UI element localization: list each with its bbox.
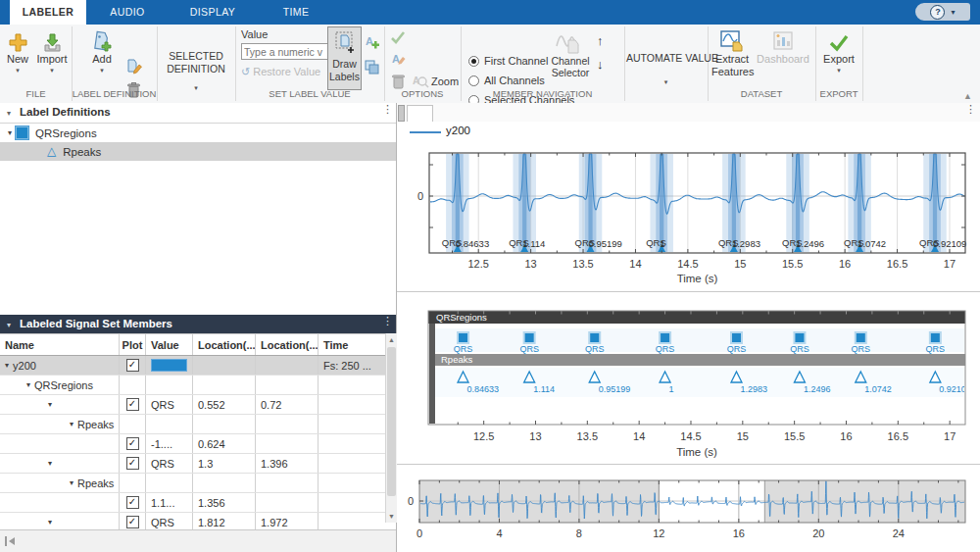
svg-text:16.5: 16.5 bbox=[888, 430, 908, 442]
plot-checkbox[interactable]: ✓ bbox=[126, 516, 139, 528]
help-button[interactable]: ? ▾ bbox=[915, 3, 970, 21]
expand-caret-icon[interactable]: ▾ bbox=[26, 380, 30, 389]
collapse-caret-icon[interactable]: ▾ bbox=[7, 321, 11, 329]
value-cell[interactable]: 1.1... bbox=[146, 493, 193, 512]
draw-labels-button[interactable]: Draw Labels bbox=[327, 26, 362, 90]
kebab-menu-icon[interactable]: ⋮ bbox=[382, 107, 393, 111]
radio-first-channel[interactable]: First Channel bbox=[468, 55, 548, 67]
plot-checkbox[interactable]: ✓ bbox=[126, 398, 139, 411]
export-button[interactable]: Export ▾ bbox=[819, 27, 858, 75]
merge-labels-icon[interactable] bbox=[364, 59, 381, 76]
plot-checkbox[interactable]: ✓ bbox=[126, 496, 139, 509]
svg-text:14: 14 bbox=[629, 258, 641, 270]
section-label-member-navigation: MEMBER NAVIGATION bbox=[461, 88, 624, 99]
selected-definition-dropdown[interactable]: SELECTED DEFINITION ▾ bbox=[160, 50, 232, 92]
column-header[interactable]: Value bbox=[146, 334, 193, 355]
table-row[interactable]: ✓-1....0.624 bbox=[0, 434, 385, 454]
table-row[interactable]: ▾QRSregions bbox=[0, 376, 385, 395]
column-header[interactable]: Plot bbox=[120, 334, 146, 355]
value-cell[interactable]: QRS bbox=[146, 454, 193, 473]
members-table: NamePlotValueLocation(...Location(...Tim… bbox=[0, 333, 385, 532]
expand-caret-icon[interactable]: ▾ bbox=[70, 478, 74, 487]
add-label-icon bbox=[82, 27, 122, 53]
column-header[interactable]: Location(... bbox=[256, 334, 318, 355]
legend-line-sample bbox=[410, 131, 441, 133]
import-button[interactable]: Import ▾ bbox=[35, 27, 69, 75]
column-header[interactable]: Location(... bbox=[193, 334, 256, 355]
automate-value-dropdown[interactable]: AUTOMATE VALUE ▾ bbox=[626, 52, 706, 86]
edit-value-icon[interactable]: A bbox=[390, 51, 408, 69]
new-button[interactable]: New ▾ bbox=[2, 27, 33, 75]
extract-features-button[interactable]: Extract Features bbox=[711, 27, 753, 78]
table-row[interactable]: ▾✓QRS0.5520.72 bbox=[0, 395, 385, 415]
new-icon bbox=[2, 27, 33, 53]
data-cell bbox=[193, 474, 256, 492]
scroll-down-icon[interactable]: ▼ bbox=[386, 513, 397, 520]
expand-caret-icon[interactable]: ▾ bbox=[48, 400, 52, 409]
next-member-arrow-down[interactable]: ↓ bbox=[597, 57, 604, 72]
radio-all-channels[interactable]: All Channels bbox=[468, 75, 545, 86]
add-definition-button[interactable]: Add ▾ bbox=[82, 27, 122, 75]
expand-caret-icon[interactable]: ▾ bbox=[5, 361, 9, 370]
skip-to-start-icon[interactable] bbox=[5, 536, 17, 546]
svg-text:0.84633: 0.84633 bbox=[456, 238, 489, 249]
edit-label-icon[interactable] bbox=[125, 58, 143, 75]
svg-text:13.5: 13.5 bbox=[577, 430, 598, 442]
table-row[interactable]: ▾✓QRS1.31.396 bbox=[0, 454, 385, 474]
scrollbar-thumb[interactable] bbox=[387, 347, 396, 496]
accept-check-icon[interactable] bbox=[390, 30, 408, 48]
row-name: Rpeaks bbox=[77, 419, 114, 430]
tab-audio[interactable]: AUDIO bbox=[90, 0, 165, 25]
value-cell[interactable] bbox=[146, 376, 193, 394]
column-header[interactable]: Name bbox=[0, 334, 120, 355]
svg-text:20: 20 bbox=[812, 527, 824, 539]
expand-caret-icon[interactable]: ▾ bbox=[70, 420, 74, 428]
signal-plot[interactable]: QRS0.84633QRS1.114QRS0.95199QRS1QRS1.298… bbox=[397, 143, 980, 291]
plot-tab-handle[interactable] bbox=[398, 105, 405, 122]
value-cell[interactable] bbox=[146, 415, 193, 433]
table-row[interactable]: ▾y200✓Fs: 250 ... bbox=[0, 356, 385, 376]
data-cell: 0.552 bbox=[193, 395, 256, 414]
plot-checkbox[interactable]: ✓ bbox=[126, 359, 139, 372]
label-value-input[interactable] bbox=[241, 43, 329, 60]
plot-checkbox[interactable]: ✓ bbox=[126, 437, 139, 450]
plot-checkbox[interactable]: ✓ bbox=[126, 457, 139, 470]
table-row[interactable]: ✓1.1...1.356 bbox=[0, 493, 385, 513]
column-header[interactable]: Time bbox=[318, 334, 385, 355]
value-cell[interactable] bbox=[146, 474, 193, 492]
value-cell[interactable]: -1.... bbox=[146, 434, 193, 453]
radio-icon[interactable] bbox=[468, 75, 479, 86]
table-horizontal-scrollbar[interactable] bbox=[0, 529, 396, 552]
panorama-plot[interactable]: 004812162024 bbox=[397, 465, 980, 552]
collapse-ribbon-icon[interactable]: ▲ bbox=[963, 91, 972, 101]
tab-labeler[interactable]: LABELER bbox=[10, 0, 86, 25]
signal-color-swatch[interactable] bbox=[151, 359, 187, 372]
auto-label-add-icon[interactable]: A bbox=[364, 33, 381, 51]
plot-tab[interactable] bbox=[407, 105, 433, 123]
value-cell[interactable] bbox=[146, 356, 193, 375]
svg-text:1.114: 1.114 bbox=[522, 238, 545, 249]
value-cell[interactable]: QRS bbox=[146, 395, 193, 414]
definition-item-rpeaks[interactable]: △Rpeaks bbox=[0, 142, 396, 161]
restore-value-button[interactable]: ↺ Restore Value bbox=[241, 66, 320, 78]
dashboard-icon bbox=[755, 27, 811, 53]
table-row[interactable]: ▾Rpeaks bbox=[0, 415, 385, 434]
previous-member-arrow-up[interactable]: ↑ bbox=[597, 33, 604, 48]
kebab-menu-icon[interactable]: ⋮ bbox=[382, 319, 393, 323]
kebab-menu-icon[interactable]: ⋮ bbox=[965, 107, 976, 111]
tab-display[interactable]: DISPLAY bbox=[169, 0, 257, 25]
table-row[interactable]: ▾Rpeaks bbox=[0, 474, 385, 493]
definition-item-qrsregions[interactable]: ▾QRSregions bbox=[0, 124, 396, 142]
tab-time[interactable]: TIME bbox=[259, 0, 333, 25]
svg-text:24: 24 bbox=[893, 527, 905, 539]
radio-icon[interactable] bbox=[468, 56, 479, 67]
label-viewer-plot[interactable]: QRSregionsRpeaksQRS0.84633QRS1.114QRS0.9… bbox=[397, 292, 980, 464]
expand-caret-icon[interactable]: ▾ bbox=[8, 128, 12, 137]
expand-caret-icon[interactable]: ▾ bbox=[48, 518, 52, 527]
svg-text:14.5: 14.5 bbox=[680, 430, 701, 442]
collapse-caret-icon[interactable]: ▾ bbox=[7, 109, 11, 118]
expand-caret-icon[interactable]: ▾ bbox=[48, 459, 52, 468]
scroll-up-icon[interactable]: ▲ bbox=[386, 336, 397, 343]
data-cell bbox=[256, 356, 318, 375]
table-vertical-scrollbar[interactable]: ▲ ▼ bbox=[385, 333, 397, 523]
